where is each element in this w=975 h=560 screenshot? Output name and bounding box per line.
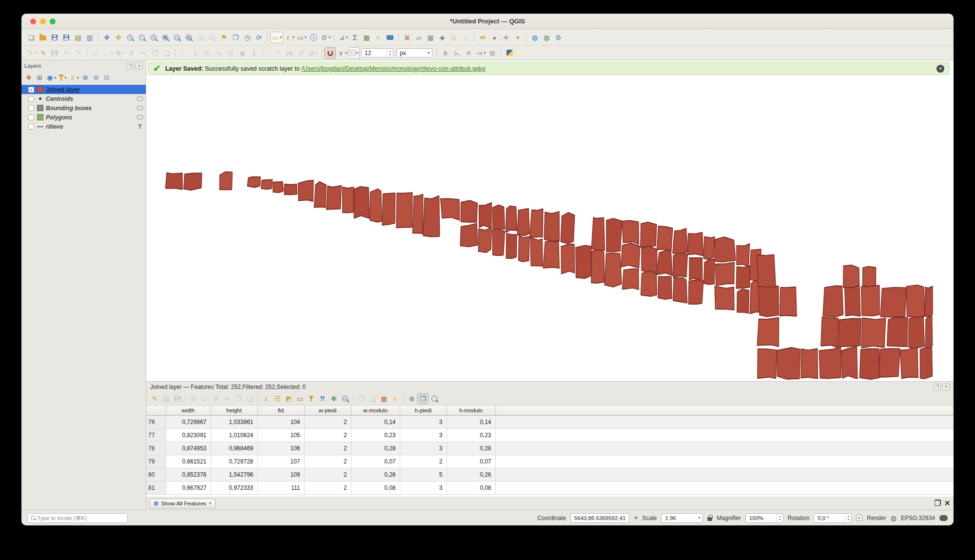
merge-features-button[interactable]: ⋈: [283, 47, 295, 59]
fill-ring-button[interactable]: ◉: [236, 47, 248, 59]
map-tips-button[interactable]: [384, 32, 396, 43]
statistical-summary-button[interactable]: Σ: [349, 32, 361, 43]
new-geopackage-layer-button[interactable]: ◈: [436, 32, 448, 43]
attr-row-79[interactable]: 790,6615210,72972810720,0720,07: [146, 455, 954, 468]
new-project-button[interactable]: ❏: [25, 32, 37, 43]
new-print-layout-button[interactable]: ▤: [72, 32, 84, 43]
zoom-out-button[interactable]: −: [136, 32, 148, 43]
refresh-map-button[interactable]: ⟳: [253, 32, 265, 43]
attr-cell[interactable]: 3: [400, 481, 447, 494]
add-group-button[interactable]: ⊞: [34, 73, 45, 82]
attr-cell[interactable]: 0,23: [447, 428, 495, 442]
attr-row-number[interactable]: 79: [146, 455, 166, 468]
expand-all-button[interactable]: ⊕: [80, 73, 91, 82]
layer-visibility-checkbox[interactable]: ✓: [28, 87, 34, 93]
show-bookmarks-button[interactable]: ❒: [230, 32, 241, 43]
attribute-footer-close-button[interactable]: ✕: [944, 499, 951, 508]
render-checkbox[interactable]: ✓: [856, 515, 862, 521]
attr-conditional-format-button[interactable]: ▦: [378, 393, 390, 404]
rotate-feature-button[interactable]: ↻: [201, 47, 213, 59]
locator-input[interactable]: [38, 515, 125, 521]
save-project-as-button[interactable]: [60, 32, 72, 43]
attr-cell[interactable]: 0,729728: [211, 455, 257, 468]
attr-cell[interactable]: 2: [304, 442, 351, 455]
attr-cell[interactable]: 0,26: [447, 468, 495, 481]
attr-cell[interactable]: 3: [400, 415, 447, 428]
close-window-button[interactable]: [30, 19, 36, 24]
attr-paste-cell-button[interactable]: ❑: [367, 393, 378, 404]
attr-field-calculator-button[interactable]: ⌗: [390, 393, 401, 404]
attr-copy-button[interactable]: ❐: [233, 393, 244, 404]
zoom-to-selection-button[interactable]: ▭: [171, 32, 183, 43]
attr-column-header-height[interactable]: height: [211, 406, 257, 415]
attr-column-header-h-modulo[interactable]: h-modulo: [447, 406, 495, 415]
remove-layer-button[interactable]: ⊟: [101, 73, 112, 82]
offset-curve-button[interactable]: ∥: [248, 47, 260, 59]
attribute-table-close-button[interactable]: ✕: [942, 384, 950, 390]
locator-search[interactable]: [27, 513, 128, 523]
attr-cell[interactable]: 2: [304, 428, 351, 442]
enable-snapping-button[interactable]: [324, 47, 336, 59]
attr-reload-button[interactable]: ⟳: [188, 393, 199, 404]
zoom-next-button[interactable]: ▸: [206, 32, 218, 43]
save-project-button[interactable]: [49, 32, 60, 43]
attr-cell[interactable]: 0,07: [351, 455, 400, 468]
attr-toggle-editing-button[interactable]: ✎: [149, 393, 160, 404]
attr-filter-select-button[interactable]: [306, 393, 317, 404]
attr-move-selection-top-button[interactable]: ⇈: [317, 393, 328, 404]
vertex-tool-button[interactable]: ∴▾: [101, 47, 114, 59]
manage-map-themes-button[interactable]: ◉▾: [45, 73, 57, 82]
pin-labels-button[interactable]: ✛: [500, 32, 512, 43]
new-scratch-layer-button[interactable]: ◌: [460, 32, 471, 43]
attribute-footer-dock-button[interactable]: ❐: [934, 499, 941, 508]
add-feature-button[interactable]: ▱: [90, 47, 101, 59]
attr-cell[interactable]: 0,14: [351, 415, 400, 428]
attr-cell[interactable]: 2: [304, 481, 351, 494]
attr-deselect-all-button[interactable]: ▭: [294, 393, 306, 404]
temporal-controller-button[interactable]: ◷: [241, 32, 253, 43]
open-layer-styling-button[interactable]: ❖: [23, 73, 34, 82]
messages-log-icon[interactable]: [939, 515, 948, 521]
deselect-features-button[interactable]: ▭▾: [295, 32, 308, 43]
attr-cell[interactable]: 2: [304, 415, 351, 428]
move-feature-button[interactable]: ✥▾: [114, 47, 126, 59]
snapping-unit-combo[interactable]: px▾: [396, 48, 432, 58]
attribute-table-dock-button[interactable]: ❐: [934, 384, 941, 390]
attr-cell[interactable]: 106: [257, 442, 304, 455]
attr-cell[interactable]: 0,08: [447, 481, 495, 494]
collapse-all-button[interactable]: ⊖: [91, 73, 101, 82]
title-bar[interactable]: *Untitled Project — QGIS: [21, 14, 954, 29]
saved-file-link[interactable]: /Users/jbogdani/Desktop/Mensiochronology…: [301, 65, 485, 72]
pan-map-button[interactable]: ✥: [101, 32, 113, 43]
toggle-editing-button[interactable]: ✎: [38, 47, 49, 59]
attr-multiedit-button[interactable]: ▤: [160, 393, 172, 404]
attr-row-number[interactable]: 81: [146, 481, 166, 494]
circular-string-button[interactable]: ◠: [272, 47, 283, 59]
show-layout-manager-button[interactable]: ▥: [84, 32, 96, 43]
layer-visibility-checkbox[interactable]: [28, 96, 34, 102]
redo-button[interactable]: ↷: [73, 47, 84, 59]
attr-row-number[interactable]: 77: [146, 428, 166, 442]
attr-cell[interactable]: 105: [257, 428, 304, 442]
tracing-button[interactable]: ↝▾: [474, 47, 487, 59]
add-ring-button[interactable]: ◎: [225, 47, 236, 59]
snapping-tolerance-type-button[interactable]: ▾: [348, 47, 360, 59]
attr-cell[interactable]: 104: [257, 415, 304, 428]
attr-organize-columns-button[interactable]: ≣: [406, 393, 417, 404]
filter-legend-button[interactable]: ▾: [57, 73, 68, 82]
delete-selected-button[interactable]: ✗: [126, 47, 137, 59]
attr-cell[interactable]: 3: [400, 428, 447, 442]
data-source-manager-button[interactable]: ≣: [401, 32, 413, 43]
layer-diagram-button[interactable]: ◕: [488, 32, 500, 43]
attr-cell[interactable]: 0,968469: [211, 442, 257, 455]
attr-row-77[interactable]: 770,8230911,01062410520,2330,23: [146, 428, 954, 442]
layer-item-bounding-boxes[interactable]: Bounding boxes: [21, 103, 146, 113]
layer-item-rilievo[interactable]: rilievo: [21, 122, 146, 131]
attr-dock-button[interactable]: ❐: [417, 393, 429, 404]
remove-duplicate-vertices-button[interactable]: ✕: [463, 47, 474, 59]
save-layer-edits-button[interactable]: ▾: [49, 47, 61, 59]
attr-cell[interactable]: 0,972333: [211, 481, 257, 494]
layer-item-centroids[interactable]: Centroids: [21, 94, 146, 103]
highlight-pinned-labels-button[interactable]: ✦: [512, 32, 524, 43]
scale-combo[interactable]: 1:96 ▾: [661, 513, 703, 523]
